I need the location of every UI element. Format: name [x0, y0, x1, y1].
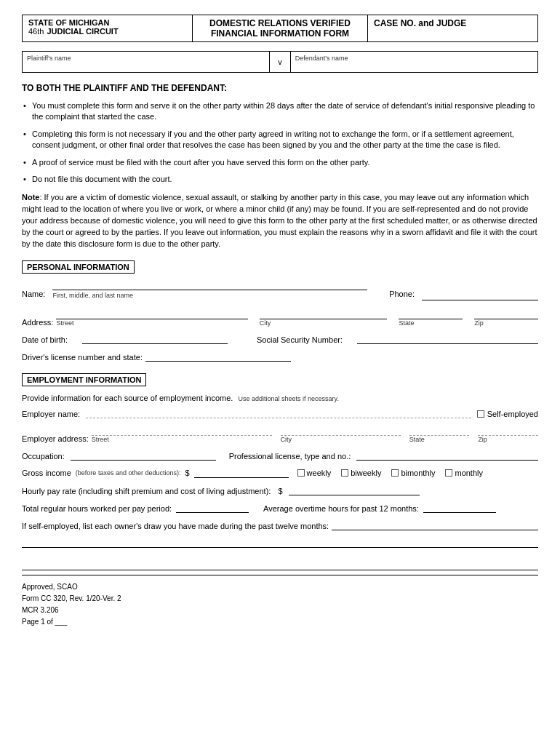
self-employed-checkbox[interactable]: [477, 410, 484, 418]
note-text: : If you are a victim of domestic violen…: [22, 193, 537, 248]
emp-zip-input[interactable]: [478, 426, 538, 436]
name-sublabel: First, middle, and last name: [52, 290, 367, 300]
dob-label: Date of birth:: [22, 335, 68, 344]
header-right-cell: CASE NO. and JUDGE: [368, 15, 538, 42]
city-field-group: City: [260, 309, 388, 327]
street-field-group: Street: [56, 309, 247, 327]
address-field-group: Street City State Zip: [56, 309, 538, 327]
plaintiff-cell: Plaintiff's name: [23, 52, 270, 73]
state-text: STATE OF MICHIGAN: [28, 18, 186, 27]
biweekly-label: biweekly: [351, 469, 381, 477]
employer-name-input[interactable]: [86, 408, 471, 418]
note-paragraph: Note: If you are a victim of domestic vi…: [22, 192, 538, 250]
hours-row: Total regular hours worked per pay perio…: [22, 503, 538, 513]
self-emp-draw-label: If self-employed, list each owner's draw…: [22, 522, 329, 530]
city-input[interactable]: [260, 309, 388, 319]
total-hours-input[interactable]: [176, 503, 249, 513]
street-label: Street: [56, 319, 73, 327]
weekly-label: weekly: [307, 469, 332, 477]
v-cell: v: [270, 52, 290, 73]
street-input[interactable]: [56, 309, 247, 319]
emp-city-group: City: [281, 426, 401, 443]
provide-text-row: Provide information for each source of e…: [22, 394, 538, 402]
state-input[interactable]: [399, 309, 463, 319]
zip-label: Zip: [474, 319, 484, 327]
occupation-row: Occupation: Professional license, type a…: [22, 450, 538, 461]
gross-income-row: Gross income (before taxes and other ded…: [22, 468, 538, 478]
emp-city-label: City: [281, 436, 401, 443]
self-emp-draw-row: If self-employed, list each owner's draw…: [22, 520, 538, 530]
self-emp-draw-input[interactable]: [332, 520, 538, 530]
gross-input[interactable]: [194, 468, 289, 478]
name-field-group: First, middle, and last name: [52, 281, 367, 300]
bullet-item-4: Do not file this document with the court…: [22, 174, 538, 185]
provide-small: Use additional sheets if necessary.: [238, 395, 338, 402]
employer-addr-fields: Street City State Zip: [92, 426, 538, 443]
bimonthly-label: bimonthly: [401, 469, 435, 477]
center-line2: FINANCIAL INFORMATION FORM: [199, 28, 361, 39]
monthly-checkbox[interactable]: [445, 469, 452, 477]
avg-overtime-input[interactable]: [423, 503, 496, 513]
drivers-input[interactable]: [145, 351, 291, 362]
biweekly-item: biweekly: [341, 469, 381, 477]
biweekly-checkbox[interactable]: [341, 469, 348, 477]
extra-line: [22, 538, 538, 548]
name-input[interactable]: [52, 281, 367, 290]
hourly-dollar: $: [278, 487, 282, 495]
dob-input[interactable]: [82, 334, 228, 344]
monthly-label: monthly: [455, 469, 483, 477]
header-left-cell: STATE OF MICHIGAN 46th JUDICIAL CIRCUIT: [23, 15, 193, 42]
gross-small: (before taxes and other deductions):: [76, 469, 181, 477]
avg-overtime-label: Average overtime hours for past 12 month…: [263, 504, 419, 513]
occupation-input[interactable]: [71, 450, 216, 461]
prof-license-label: Professional license, type and no.:: [229, 452, 351, 461]
ssn-label: Social Security Number:: [257, 335, 343, 344]
employer-address-label: Employer address:: [22, 434, 89, 443]
prof-license-input[interactable]: [356, 450, 538, 461]
name-label: Name:: [22, 288, 45, 301]
employer-name-label: Employer name:: [22, 410, 80, 418]
bimonthly-checkbox[interactable]: [391, 469, 399, 477]
drivers-label: Driver's license number and state:: [22, 353, 143, 362]
total-hours-group: Total regular hours worked per pay perio…: [22, 503, 249, 513]
footer-form: Form CC 320, Rev. 1/20-Ver. 2: [22, 593, 538, 605]
frequency-checkboxes: weekly biweekly bimonthly monthly: [297, 469, 483, 477]
emp-street-input[interactable]: [92, 426, 272, 436]
circuit-num: 46th: [28, 27, 44, 36]
hourly-input[interactable]: [289, 485, 420, 495]
provide-text: Provide information for each source of e…: [22, 394, 233, 402]
circuit-row: 46th JUDICIAL CIRCUIT: [28, 27, 186, 36]
bullet-item-2: Completing this form is not necessary if…: [22, 129, 538, 151]
defendant-label: Defendant's name: [295, 55, 533, 62]
emp-state-group: State: [409, 426, 470, 443]
hourly-label: Hourly pay rate (including shift premium…: [22, 487, 271, 495]
weekly-checkbox[interactable]: [297, 469, 305, 477]
v-text: v: [278, 57, 282, 66]
state-field-group: State: [399, 309, 463, 327]
emp-zip-group: Zip: [478, 426, 538, 443]
header-table: STATE OF MICHIGAN 46th JUDICIAL CIRCUIT …: [22, 15, 538, 42]
bimonthly-item: bimonthly: [391, 469, 435, 477]
avg-overtime-group: Average overtime hours for past 12 month…: [263, 503, 496, 513]
total-hours-label: Total regular hours worked per pay perio…: [22, 504, 172, 513]
dollar-sign: $: [185, 469, 189, 477]
phone-field[interactable]: [422, 290, 538, 300]
intro-title: TO BOTH THE PLAINTIFF AND THE DEFENDANT:: [22, 83, 538, 93]
emp-zip-label: Zip: [478, 436, 538, 443]
plaintiff-label: Plaintiff's name: [27, 55, 265, 62]
emp-state-input[interactable]: [409, 426, 470, 436]
bullet-item-1: You must complete this form and serve it…: [22, 100, 538, 123]
defendant-cell: Defendant's name: [290, 52, 537, 73]
employer-name-row: Employer name: Self-employed: [22, 408, 538, 418]
state-label: State: [399, 319, 414, 327]
ssn-input[interactable]: [357, 334, 538, 344]
emp-city-input[interactable]: [281, 426, 401, 436]
footer-area: Approved, SCAO Form CC 320, Rev. 1/20-Ve…: [22, 570, 538, 628]
zip-field-group: Zip: [474, 309, 538, 327]
gross-label: Gross income: [22, 469, 71, 477]
zip-input[interactable]: [474, 309, 538, 319]
names-table: Plaintiff's name v Defendant's name: [22, 51, 538, 73]
emp-street-group: Street: [92, 426, 272, 443]
self-employed-group: Self-employed: [477, 410, 538, 418]
header-center-cell: DOMESTIC RELATIONS VERIFIED FINANCIAL IN…: [192, 15, 367, 42]
